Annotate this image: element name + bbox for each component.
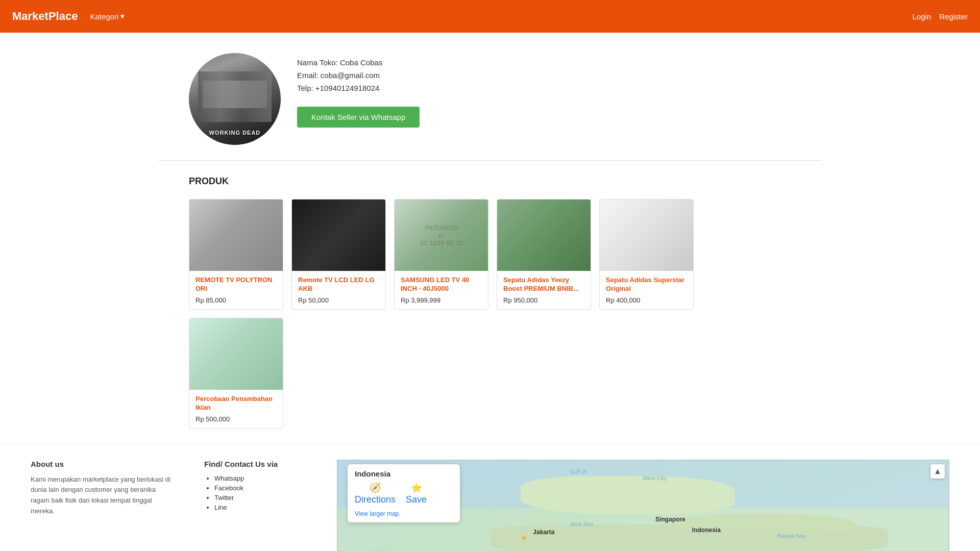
- seller-section: WORKING DEAD Nama Toko: Coba Cobas Email…: [158, 33, 822, 161]
- map-indonesia-label: Indonesia: [692, 527, 721, 534]
- map-view-larger-link[interactable]: View larger map: [355, 510, 399, 517]
- contact-list-item: Line: [214, 504, 306, 511]
- seller-nama-toko: Nama Toko: Coba Cobas: [297, 58, 420, 67]
- login-link[interactable]: Login: [912, 12, 931, 21]
- map-gulf-label: Gulf of: [570, 468, 586, 474]
- avatar-overlay-text: WORKING DEAD: [209, 130, 261, 136]
- contact-list-item: Whatsapp: [214, 474, 306, 482]
- navbar-brand[interactable]: MarketPlace: [12, 10, 78, 23]
- product-name: Sepatu Adidas Yeezy Boost PREMIUM BNIB..…: [503, 276, 584, 293]
- product-card[interactable]: Percobaan Penambahan IklanRp 500,000: [189, 318, 283, 429]
- map-directions-button[interactable]: 🧭 Directions: [355, 482, 396, 505]
- map-bandasea-label: Banda Sea: [778, 533, 805, 539]
- produk-grid: REMOTE TV POLYTRON ORIRp 85,000Remote TV…: [189, 199, 791, 429]
- product-price: Rp 85,000: [195, 296, 277, 304]
- product-name: REMOTE TV POLYTRON ORI: [195, 276, 277, 293]
- footer-about-title: About us: [31, 460, 174, 468]
- footer-contact-list: WhatsappFacebookTwitterLine: [204, 474, 306, 511]
- contact-list-item: Twitter: [214, 494, 306, 502]
- produk-section-title: PRODUK: [189, 176, 791, 187]
- register-link[interactable]: Register: [939, 12, 968, 21]
- seller-avatar: WORKING DEAD: [189, 53, 281, 145]
- kategori-label: Kategori: [90, 12, 118, 21]
- product-name: Sepatu Adidas Superstar Original: [606, 276, 687, 293]
- map-popup-title: Indonesia: [355, 469, 453, 478]
- seller-info: Nama Toko: Coba Cobas Email: coba@gmail.…: [297, 53, 420, 128]
- product-card[interactable]: REMOTE TV POLYTRON ORIRp 85,000: [189, 199, 283, 310]
- product-price: Rp 3,999,999: [401, 296, 482, 304]
- map-popup: Indonesia 🧭 Directions ⭐ Save View large…: [348, 464, 460, 522]
- footer-section: About us Kami merupakan marketplace yang…: [0, 444, 980, 551]
- product-price: Rp 950,000: [503, 296, 584, 304]
- whatsapp-contact-button[interactable]: Kontak Seller via Whatsapp: [297, 107, 420, 128]
- product-card[interactable]: Sepatu Adidas Superstar OriginalRp 400,0…: [599, 199, 694, 310]
- map-jakarta-label: Jakarta: [533, 529, 554, 536]
- product-name: SAMSUNG LED TV 40 INCH - 40J5000: [401, 276, 482, 293]
- product-price: Rp 400,000: [606, 296, 687, 304]
- product-price: Rp 50,000: [298, 296, 379, 304]
- map-save-button[interactable]: ⭐ Save: [406, 482, 427, 505]
- contact-list-item: Facebook: [214, 484, 306, 492]
- chevron-down-icon: ▾: [120, 12, 125, 21]
- product-card[interactable]: Sepatu Adidas Yeezy Boost PREMIUM BNIB..…: [497, 199, 591, 310]
- footer-about: About us Kami merupakan marketplace yang…: [31, 460, 174, 551]
- map-singapore-label: Singapore: [655, 516, 685, 523]
- navbar: MarketPlace Kategori ▾ Login Register: [0, 0, 980, 33]
- map-popup-actions: 🧭 Directions ⭐ Save: [355, 482, 453, 505]
- product-name: Percobaan Penambahan Iklan: [195, 395, 277, 412]
- navbar-right: Login Register: [912, 12, 968, 21]
- footer-about-text: Kami merupakan marketplace yang berlokas…: [31, 474, 174, 517]
- map-javasea-label: Java Sea: [570, 521, 593, 527]
- map-nav-button[interactable]: ▲: [930, 464, 945, 479]
- seller-telp: Telp: +10940124918024: [297, 84, 420, 92]
- directions-icon: 🧭: [370, 482, 381, 493]
- footer-contact-title: Find/ Contact Us via: [204, 460, 306, 468]
- product-card[interactable]: Remote TV LCD LED LG AKBRp 50,000: [291, 199, 386, 310]
- product-card[interactable]: PERAKOD G. 3T 1195 5E 20SAMSUNG LED TV 4…: [394, 199, 488, 310]
- star-icon: ⭐: [411, 482, 422, 493]
- product-name: Remote TV LCD LED LG AKB: [298, 276, 379, 293]
- footer-map[interactable]: Gulf of Minh City Singapore Indonesia Ja…: [337, 460, 949, 551]
- produk-section: PRODUK REMOTE TV POLYTRON ORIRp 85,000Re…: [158, 161, 822, 444]
- navbar-left: MarketPlace Kategori ▾: [12, 10, 125, 23]
- map-minhcity-label: Minh City: [643, 475, 667, 481]
- map-background: Gulf of Minh City Singapore Indonesia Ja…: [337, 460, 949, 551]
- footer-contact: Find/ Contact Us via WhatsappFacebookTwi…: [204, 460, 306, 551]
- kategori-dropdown[interactable]: Kategori ▾: [90, 12, 125, 21]
- map-star-marker: ★: [521, 534, 527, 542]
- seller-email: Email: coba@gmail.com: [297, 71, 420, 80]
- product-price: Rp 500,000: [195, 415, 277, 423]
